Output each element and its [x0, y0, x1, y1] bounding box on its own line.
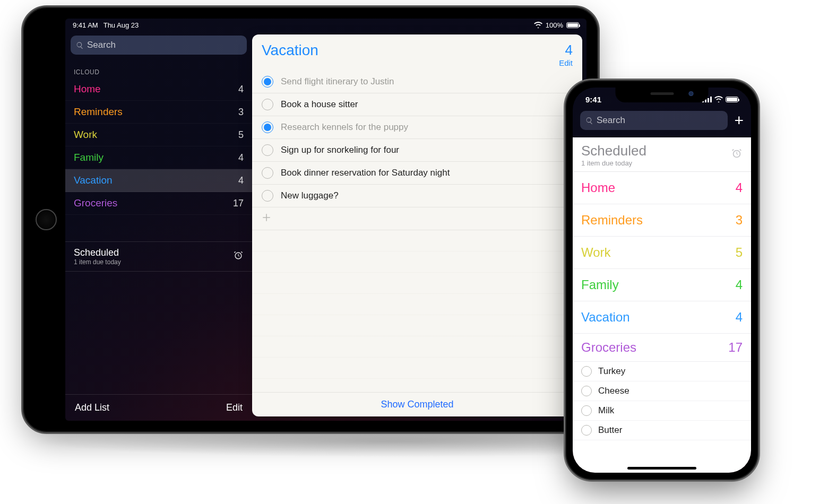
search-input[interactable]: Search	[580, 111, 728, 130]
grocery-text: Milk	[598, 405, 614, 416]
empty-lines	[252, 230, 582, 392]
category-name: Work	[581, 245, 611, 260]
category-row-work[interactable]: Work5	[573, 237, 751, 269]
category-row-vacation[interactable]: Vacation4	[573, 301, 751, 334]
sidebar-list-groceries[interactable]: Groceries17	[65, 192, 252, 215]
category-row-reminders[interactable]: Reminders3	[573, 204, 751, 237]
svg-rect-2	[708, 98, 709, 102]
scheduled-title: Scheduled	[581, 143, 646, 159]
todo-row[interactable]: Book dinner reservation for Saturday nig…	[252, 162, 582, 185]
todo-text: Send flight itinerary to Justin	[281, 76, 394, 87]
show-completed-button[interactable]: Show Completed	[252, 392, 582, 416]
iphone-list-panel: Scheduled 1 item due today Home4Reminder…	[573, 137, 751, 473]
alarm-icon	[731, 148, 743, 162]
list-name: Home	[74, 83, 101, 95]
list-count: 4	[238, 152, 244, 163]
category-name: Home	[581, 180, 615, 195]
grocery-item[interactable]: Butter	[573, 421, 751, 440]
todo-checkbox[interactable]	[262, 99, 273, 110]
todo-row[interactable]: Research kennels for the puppy	[252, 116, 582, 139]
iphone-device: 9:41 Search + Scheduled	[564, 79, 760, 482]
sidebar-list-home[interactable]: Home4	[65, 78, 252, 101]
edit-lists-button[interactable]: Edit	[226, 402, 243, 413]
battery-icon	[726, 97, 738, 102]
iphone-notch	[616, 88, 709, 102]
search-icon	[585, 117, 593, 125]
sidebar-list-reminders[interactable]: Reminders3	[65, 101, 252, 124]
todo-text: New luggage?	[281, 190, 339, 201]
todo-checkbox[interactable]	[581, 425, 592, 436]
todo-checkbox[interactable]	[581, 366, 592, 377]
add-button[interactable]: +	[734, 112, 744, 128]
ipad-screen: 9:41 AM Thu Aug 23 100% Search ICLOUD Ho…	[65, 19, 586, 421]
todo-checkbox[interactable]	[262, 121, 273, 133]
sidebar-footer: Add List Edit	[65, 394, 252, 421]
grocery-item[interactable]: Turkey	[573, 362, 751, 381]
category-count: 4	[736, 310, 743, 325]
category-count: 5	[736, 245, 743, 260]
todo-checkbox[interactable]	[262, 144, 273, 156]
battery-text: 100%	[546, 21, 563, 29]
alarm-icon	[233, 250, 244, 263]
battery-icon	[566, 22, 579, 28]
search-icon	[76, 41, 84, 49]
ipad-status-bar: 9:41 AM Thu Aug 23 100%	[65, 19, 586, 31]
add-reminder-row[interactable]	[252, 207, 582, 230]
scheduled-row[interactable]: Scheduled 1 item due today	[573, 137, 751, 172]
list-name: Groceries	[74, 197, 117, 209]
category-count: 3	[736, 213, 743, 228]
category-row-groceries[interactable]: Groceries17	[573, 334, 751, 362]
todo-checkbox[interactable]	[262, 167, 273, 179]
sidebar-list-vacation[interactable]: Vacation4	[65, 169, 252, 192]
sidebar-list-work[interactable]: Work5	[65, 124, 252, 146]
grocery-text: Butter	[598, 425, 622, 436]
todo-text: Research kennels for the puppy	[281, 122, 408, 133]
detail-header: Vacation 4 Edit	[252, 34, 582, 71]
grocery-item[interactable]: Cheese	[573, 381, 751, 401]
wifi-icon	[534, 22, 542, 28]
todo-row[interactable]: Book a house sitter	[252, 93, 582, 116]
list-count: 5	[238, 129, 244, 141]
category-name: Vacation	[581, 310, 630, 325]
edit-button[interactable]: Edit	[559, 58, 573, 67]
home-indicator[interactable]	[627, 467, 696, 470]
category-row-family[interactable]: Family4	[573, 269, 751, 301]
scheduled-row[interactable]: Scheduled 1 item due today	[65, 241, 252, 272]
add-list-button[interactable]: Add List	[75, 402, 109, 413]
todo-row[interactable]: Send flight itinerary to Justin	[252, 71, 582, 93]
list-count: 4	[238, 84, 244, 95]
todo-checkbox[interactable]	[581, 386, 592, 396]
category-row-home[interactable]: Home4	[573, 172, 751, 204]
category-name: Reminders	[581, 213, 643, 228]
grocery-item[interactable]: Milk	[573, 401, 751, 421]
section-label: ICLOUD	[65, 59, 252, 78]
category-count: 4	[736, 277, 743, 292]
iphone-screen: 9:41 Search + Scheduled	[573, 88, 751, 473]
list-count: 3	[238, 107, 244, 118]
todo-checkbox[interactable]	[262, 190, 273, 202]
search-placeholder: Search	[597, 115, 625, 126]
ipad-sidebar: Search ICLOUD Home4Reminders3Work5Family…	[65, 31, 252, 421]
todo-text: Book a house sitter	[281, 99, 358, 110]
todo-checkbox[interactable]	[262, 76, 273, 88]
status-time: 9:41 AM	[73, 21, 98, 29]
list-name: Vacation	[74, 175, 113, 186]
grocery-text: Cheese	[598, 386, 629, 396]
wifi-icon	[714, 96, 723, 102]
search-placeholder: Search	[87, 40, 116, 50]
status-time: 9:41	[585, 95, 601, 104]
sidebar-list-family[interactable]: Family4	[65, 146, 252, 169]
category-name: Groceries	[581, 340, 636, 355]
ipad-device: 9:41 AM Thu Aug 23 100% Search ICLOUD Ho…	[21, 5, 600, 434]
iphone-toolbar: Search +	[573, 111, 751, 135]
list-name: Family	[74, 152, 104, 163]
search-input[interactable]: Search	[71, 36, 247, 55]
todo-checkbox[interactable]	[581, 405, 592, 416]
category-count: 4	[736, 180, 743, 195]
list-count: 17	[233, 198, 244, 209]
ipad-home-button[interactable]	[36, 209, 57, 230]
todo-row[interactable]: Sign up for snorkeling for four	[252, 139, 582, 162]
todo-row[interactable]: New luggage?	[252, 185, 582, 207]
todo-text: Book dinner reservation for Saturday nig…	[281, 168, 450, 178]
scheduled-title: Scheduled	[74, 247, 121, 258]
